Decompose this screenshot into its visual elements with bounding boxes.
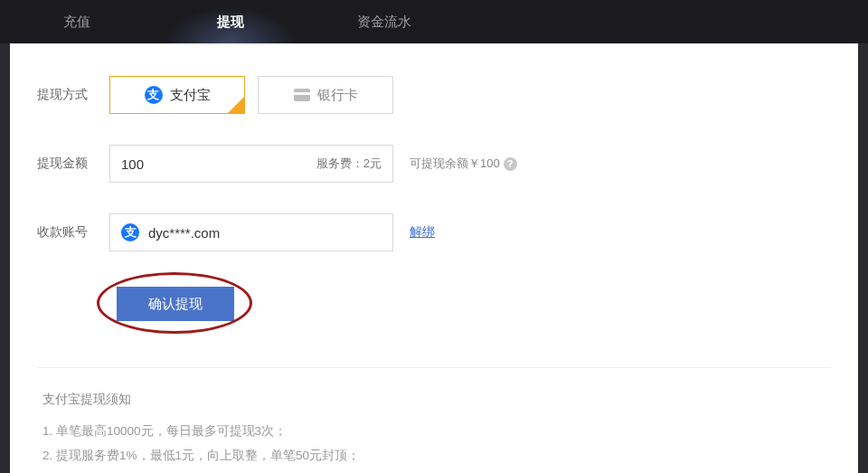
confirm-withdraw-button[interactable]: 确认提现 (117, 287, 234, 321)
alipay-icon: 支 (145, 86, 163, 104)
balance-info: 可提现余额￥100 ? (410, 156, 517, 172)
row-amount: 提现金额 服务费：2元 可提现余额￥100 ? (37, 145, 831, 183)
row-account: 收款账号 支 dyc****.com 解绑 (37, 213, 831, 251)
withdraw-panel: 提现方式 支 支付宝 银行卡 提现金额 服务费：2元 可提现余额￥100 ? (10, 43, 858, 473)
amount-box: 服务费：2元 (109, 145, 393, 183)
notice-block: 支付宝提现须知 1. 单笔最高10000元，每日最多可提现3次； 2. 提现服务… (37, 367, 831, 473)
method-bank-label: 银行卡 (317, 87, 358, 104)
alipay-account-icon: 支 (121, 223, 139, 241)
tab-flow[interactable]: 资金流水 (307, 0, 461, 43)
method-group: 支 支付宝 银行卡 (109, 76, 393, 114)
notice-line-3: 3. 24小时内到账。 (42, 468, 826, 473)
method-bank[interactable]: 银行卡 (258, 76, 393, 114)
amount-input[interactable] (121, 156, 266, 172)
balance-text: 可提现余额￥100 (410, 156, 500, 172)
help-icon[interactable]: ? (504, 157, 517, 171)
submit-area: 确认提现 (109, 277, 831, 331)
row-method: 提现方式 支 支付宝 银行卡 (37, 76, 831, 114)
account-box: 支 dyc****.com (109, 213, 393, 251)
method-alipay-label: 支付宝 (170, 87, 211, 104)
account-value: dyc****.com (148, 225, 220, 241)
fee-text: 服务费：2元 (316, 156, 382, 172)
notice-line-1: 1. 单笔最高10000元，每日最多可提现3次； (42, 419, 826, 443)
tab-withdraw[interactable]: 提现 (154, 0, 307, 43)
nav-tabs: 充值 提现 资金流水 (0, 0, 868, 43)
unbind-link[interactable]: 解绑 (410, 224, 435, 241)
tab-recharge[interactable]: 充值 (0, 0, 154, 43)
page-root: 充值 提现 资金流水 提现方式 支 支付宝 银行卡 提现金额 服务费：2元 (0, 0, 868, 473)
notice-line-2: 2. 提现服务费1%，最低1元，向上取整，单笔50元封顶； (42, 443, 826, 468)
method-alipay[interactable]: 支 支付宝 (109, 76, 245, 114)
label-amount: 提现金额 (37, 156, 109, 172)
notice-title: 支付宝提现须知 (42, 392, 826, 408)
label-method: 提现方式 (37, 87, 109, 103)
bank-card-icon (294, 89, 310, 101)
label-account: 收款账号 (37, 224, 109, 241)
